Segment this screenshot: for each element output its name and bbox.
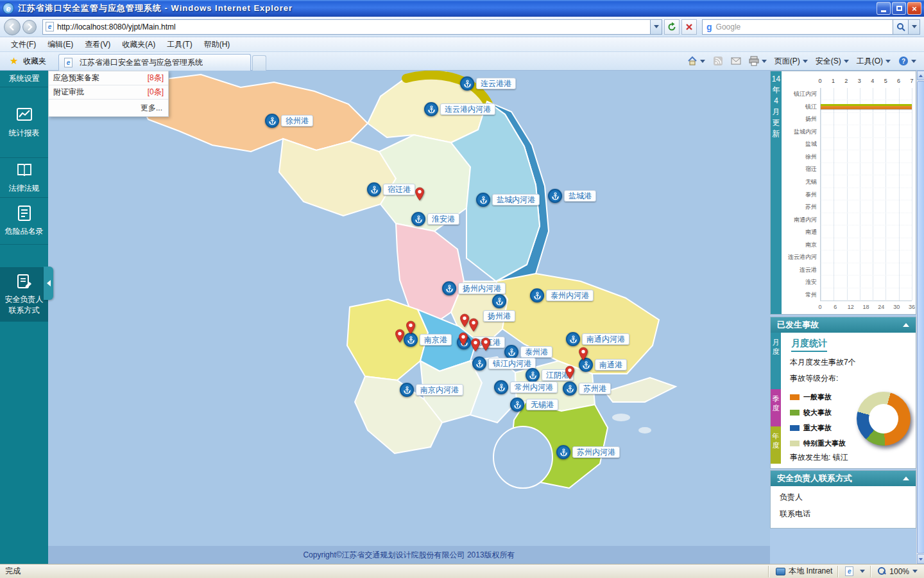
port-label[interactable]: 连云港内河港 bbox=[440, 103, 495, 115]
port-label[interactable]: 盐城内河港 bbox=[492, 194, 540, 206]
sidebar-item-statistics[interactable]: 统计报表 bbox=[0, 87, 48, 158]
port-label[interactable]: 镇江内河港 bbox=[488, 358, 536, 369]
close-button[interactable]: × bbox=[907, 2, 921, 15]
maximize-button[interactable] bbox=[892, 2, 906, 15]
collapse-up-icon[interactable] bbox=[903, 323, 909, 327]
refresh-button[interactable] bbox=[664, 19, 680, 35]
port-label[interactable]: 泰州内河港 bbox=[546, 290, 594, 301]
search-go-button[interactable] bbox=[893, 19, 909, 35]
port-label[interactable]: 南通港 bbox=[595, 359, 627, 371]
contact-row[interactable]: 联系电话 bbox=[771, 503, 916, 520]
anchor-icon[interactable] bbox=[404, 333, 418, 347]
scroll-up-button[interactable] bbox=[917, 71, 924, 80]
help-button[interactable]: ? bbox=[898, 56, 916, 66]
incident-pin-icon[interactable] bbox=[406, 320, 416, 335]
anchor-icon[interactable] bbox=[265, 114, 279, 128]
menu-item[interactable]: 帮助(H) bbox=[198, 38, 236, 51]
anchor-icon[interactable] bbox=[460, 76, 474, 91]
port-label[interactable]: 徐州港 bbox=[281, 115, 313, 127]
incident-pin-icon[interactable] bbox=[395, 329, 405, 343]
mail-button[interactable] bbox=[731, 56, 741, 66]
accident-tab-月度[interactable]: 月度 bbox=[771, 333, 781, 389]
incident-pin-icon[interactable] bbox=[578, 347, 588, 361]
sidebar-item-system-settings[interactable]: 系统设置 bbox=[0, 71, 48, 87]
protected-mode-segment[interactable]: e bbox=[839, 566, 871, 577]
vertical-scrollbar[interactable] bbox=[916, 71, 924, 564]
port-label[interactable]: 苏州港 bbox=[579, 383, 611, 394]
zoom-control[interactable]: 100% bbox=[871, 566, 924, 577]
anchor-icon[interactable] bbox=[510, 398, 524, 412]
stop-button[interactable] bbox=[681, 19, 697, 35]
menu-item[interactable]: 查看(V) bbox=[79, 38, 116, 51]
anchor-icon[interactable] bbox=[472, 356, 486, 371]
anchor-icon[interactable] bbox=[504, 345, 518, 359]
port-label[interactable]: 南京内河港 bbox=[416, 384, 463, 396]
map-area[interactable]: 连云港港连云港内河港徐州港宿迁港盐城内河港盐城港淮安港扬州内河港泰州内河港扬州港… bbox=[48, 71, 770, 564]
back-button[interactable] bbox=[4, 19, 21, 35]
sidebar-item-safety-contacts[interactable]: 安全负责人 联系方式 bbox=[0, 267, 48, 322]
search-input[interactable]: g Google bbox=[702, 19, 893, 35]
anchor-icon[interactable] bbox=[566, 332, 580, 346]
port-label[interactable]: 宿迁港 bbox=[383, 184, 415, 195]
port-label[interactable]: 盐城港 bbox=[564, 190, 596, 202]
scrollbar-thumb[interactable] bbox=[917, 81, 924, 554]
menu-item[interactable]: 收藏夹(A) bbox=[116, 38, 161, 51]
print-button[interactable] bbox=[749, 56, 767, 66]
sidebar-item-laws[interactable]: 法律法规 bbox=[0, 158, 48, 198]
port-label[interactable]: 连云港港 bbox=[476, 78, 516, 89]
incident-pin-icon[interactable] bbox=[468, 318, 479, 332]
safety-menu-button[interactable]: 安全(S) bbox=[816, 56, 849, 67]
forward-button[interactable] bbox=[22, 20, 37, 34]
port-label[interactable]: 淮安港 bbox=[427, 213, 459, 225]
menu-item[interactable]: 编辑(E) bbox=[42, 38, 79, 51]
anchor-icon[interactable] bbox=[563, 381, 577, 396]
port-label[interactable]: 无锡港 bbox=[526, 399, 558, 410]
anchor-icon[interactable] bbox=[526, 368, 540, 382]
port-label[interactable]: 苏州内河港 bbox=[572, 446, 620, 458]
scroll-down-button[interactable] bbox=[917, 554, 924, 564]
browser-tab[interactable]: e 江苏省港口安全监管与应急管理系统 bbox=[58, 54, 251, 71]
tools-menu-button[interactable]: 工具(O) bbox=[857, 56, 891, 67]
accident-tab-季度[interactable]: 季度 bbox=[771, 389, 781, 426]
favorites-button[interactable]: ★ 收藏夹 bbox=[4, 53, 52, 69]
search-dropdown-button[interactable] bbox=[909, 19, 920, 35]
anchor-icon[interactable] bbox=[476, 193, 490, 207]
incident-pin-icon[interactable] bbox=[481, 337, 491, 351]
notice-more-link[interactable]: 更多... bbox=[49, 100, 168, 116]
anchor-icon[interactable] bbox=[548, 189, 562, 203]
minimize-button[interactable] bbox=[877, 2, 891, 15]
menu-item[interactable]: 文件(F) bbox=[5, 38, 42, 51]
anchor-icon[interactable] bbox=[424, 102, 438, 116]
anchor-icon[interactable] bbox=[530, 288, 544, 302]
port-label[interactable]: 南通内河港 bbox=[582, 333, 629, 345]
incident-pin-icon[interactable] bbox=[565, 365, 575, 380]
menu-item[interactable]: 工具(T) bbox=[161, 38, 198, 51]
page-menu-button[interactable]: 页面(P) bbox=[774, 56, 808, 67]
anchor-icon[interactable] bbox=[492, 294, 506, 308]
anchor-icon[interactable] bbox=[411, 212, 425, 226]
port-label[interactable]: 扬州港 bbox=[483, 310, 515, 322]
url-dropdown-button[interactable] bbox=[651, 19, 662, 35]
incident-pin-icon[interactable] bbox=[458, 332, 468, 346]
notice-row[interactable]: 附证审批[0条] bbox=[49, 85, 168, 100]
incident-pin-icon[interactable] bbox=[415, 187, 425, 201]
new-tab-stub[interactable] bbox=[252, 55, 266, 71]
port-label[interactable]: 泰州港 bbox=[520, 346, 552, 358]
home-button[interactable] bbox=[687, 56, 705, 66]
incident-pin-icon[interactable] bbox=[470, 338, 481, 352]
port-label[interactable]: 扬州内河港 bbox=[458, 283, 506, 294]
contact-row[interactable]: 负责人 bbox=[771, 486, 916, 503]
collapse-up-icon[interactable] bbox=[903, 477, 909, 480]
port-label[interactable]: 常州内河港 bbox=[510, 381, 558, 393]
anchor-icon[interactable] bbox=[400, 383, 414, 397]
url-input[interactable]: e http://localhost:8080/yjpt/Main.html bbox=[42, 19, 651, 35]
notice-row[interactable]: 应急预案备案[8条] bbox=[49, 71, 168, 85]
sidebar-collapse-handle[interactable] bbox=[44, 267, 53, 300]
port-label[interactable]: 南京港 bbox=[420, 334, 452, 346]
accident-tab-年度[interactable]: 年度 bbox=[771, 426, 781, 464]
sidebar-item-hazmat[interactable]: 危险品名录 bbox=[0, 198, 48, 245]
feeds-button[interactable] bbox=[713, 56, 723, 66]
anchor-icon[interactable] bbox=[494, 380, 508, 394]
anchor-icon[interactable] bbox=[442, 281, 456, 295]
anchor-icon[interactable] bbox=[556, 445, 570, 459]
